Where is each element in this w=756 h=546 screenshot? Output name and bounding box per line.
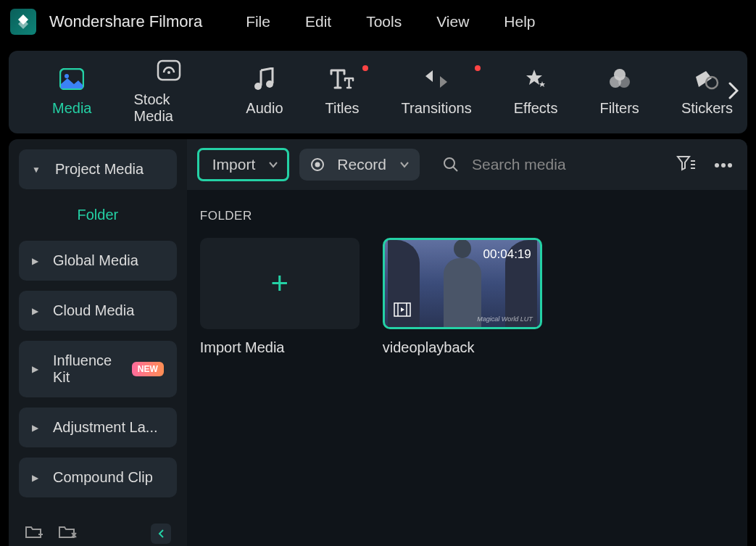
transitions-badge-dot (475, 65, 481, 71)
remove-folder-button[interactable] (58, 524, 77, 543)
titles-icon (330, 68, 354, 90)
sidebar-global-media-label: Global Media (53, 252, 138, 269)
tool-titles[interactable]: Titles (325, 68, 360, 117)
tool-audio-label: Audio (246, 100, 283, 117)
section-title: FOLDER (187, 190, 747, 238)
svg-point-14 (444, 158, 454, 168)
chevron-right-icon: ▶ (32, 364, 38, 374)
svg-point-16 (721, 163, 726, 167)
chevron-right-icon: ▶ (32, 473, 38, 483)
collapse-sidebar-button[interactable] (151, 524, 171, 544)
video-thumbnail[interactable]: 00:04:19 Magical World LUT (383, 238, 542, 329)
clip-icon (394, 302, 411, 320)
import-media-button[interactable]: + (200, 238, 360, 329)
import-media-tile: + Import Media (200, 238, 360, 356)
svg-point-10 (618, 76, 630, 88)
chevron-right-icon: ▶ (32, 306, 38, 316)
svg-point-6 (254, 83, 262, 90)
transitions-icon (424, 68, 449, 90)
sidebar-folder[interactable]: Folder (19, 194, 177, 241)
toolbar: Media Stock Media Audio Titles Transitio… (9, 51, 747, 133)
svg-point-11 (706, 77, 718, 88)
toolbar-scroll-right[interactable] (728, 82, 739, 102)
tool-media-label: Media (52, 100, 91, 117)
menu-help[interactable]: Help (504, 13, 535, 30)
chevron-right-icon: ▶ (32, 256, 38, 266)
more-options-button[interactable] (710, 155, 737, 174)
stock-media-icon (157, 59, 181, 81)
tool-transitions-label: Transitions (402, 100, 472, 117)
tool-effects[interactable]: Effects (514, 68, 558, 117)
new-badge: NEW (132, 362, 164, 376)
effects-icon (524, 68, 547, 90)
tool-stock-media-label: Stock Media (133, 91, 204, 125)
record-button[interactable]: Record (299, 149, 420, 181)
menu-bar: File Edit Tools View Help (246, 13, 535, 30)
chevron-down-icon (268, 161, 278, 168)
media-icon (59, 68, 84, 90)
import-button[interactable]: Import (197, 148, 290, 181)
titles-badge-dot (362, 65, 368, 71)
record-icon (311, 158, 324, 171)
audio-icon (254, 68, 275, 90)
menu-tools[interactable]: Tools (366, 13, 402, 30)
tool-audio[interactable]: Audio (246, 68, 283, 117)
sidebar-cloud-media-label: Cloud Media (53, 302, 134, 319)
record-button-label: Record (337, 156, 386, 173)
tool-filters[interactable]: Filters (599, 68, 639, 117)
video-label: videoplayback (383, 339, 542, 356)
tool-stickers-label: Stickers (681, 100, 733, 117)
svg-point-5 (167, 71, 170, 74)
app-logo (10, 9, 36, 35)
filters-icon (608, 68, 631, 90)
sidebar-adjustment-layer-label: Adjustment La... (53, 419, 158, 436)
chevron-right-icon: ▶ (32, 423, 38, 433)
sidebar-compound-clip-label: Compound Clip (53, 469, 153, 486)
filter-button[interactable] (672, 152, 699, 177)
tool-titles-label: Titles (325, 100, 360, 117)
plus-icon: + (271, 266, 289, 301)
search-input[interactable] (472, 156, 662, 173)
tool-effects-label: Effects (514, 100, 558, 117)
sidebar-footer (19, 516, 177, 546)
chevron-down-icon (399, 161, 410, 168)
logo-icon (15, 14, 31, 30)
main-area: ▼ Project Media Folder ▶ Global Media ▶ … (9, 139, 747, 546)
menu-view[interactable]: View (436, 13, 469, 30)
sidebar: ▼ Project Media Folder ▶ Global Media ▶ … (9, 139, 187, 546)
tool-media[interactable]: Media (52, 68, 91, 117)
menu-file[interactable]: File (246, 13, 270, 30)
content-area: Import Record FOLDER + (187, 139, 747, 546)
header: Wondershare Filmora File Edit Tools View… (0, 0, 756, 44)
media-grid: + Import Media 00:04:19 Magical World LU… (187, 238, 747, 356)
stickers-icon (694, 68, 719, 90)
content-toolbar: Import Record (187, 139, 747, 190)
tool-stock-media[interactable]: Stock Media (133, 59, 204, 125)
svg-point-3 (65, 74, 69, 78)
svg-point-15 (715, 163, 719, 167)
sidebar-global-media[interactable]: ▶ Global Media (19, 241, 177, 281)
sidebar-project-media[interactable]: ▼ Project Media (19, 149, 177, 189)
tool-filters-label: Filters (599, 100, 639, 117)
add-folder-button[interactable] (25, 524, 43, 543)
import-media-label: Import Media (200, 339, 360, 356)
sidebar-compound-clip[interactable]: ▶ Compound Clip (19, 458, 177, 497)
video-tile: 00:04:19 Magical World LUT videoplayback (383, 238, 542, 356)
svg-point-17 (728, 163, 732, 167)
search-box (443, 156, 662, 173)
search-icon (443, 157, 459, 173)
menu-edit[interactable]: Edit (305, 13, 331, 30)
sidebar-cloud-media[interactable]: ▶ Cloud Media (19, 291, 177, 331)
tool-stickers[interactable]: Stickers (681, 68, 733, 117)
sidebar-influence-kit[interactable]: ▶ Influence Kit NEW (19, 341, 177, 397)
sidebar-project-media-label: Project Media (55, 161, 144, 178)
tool-transitions[interactable]: Transitions (402, 68, 472, 117)
sidebar-influence-kit-label: Influence Kit (53, 352, 117, 386)
svg-point-13 (315, 162, 320, 167)
video-duration: 00:04:19 (483, 247, 531, 262)
import-button-label: Import (212, 156, 256, 173)
sidebar-adjustment-layer[interactable]: ▶ Adjustment La... (19, 408, 177, 447)
app-title: Wondershare Filmora (49, 12, 202, 31)
svg-point-7 (266, 80, 273, 88)
video-watermark: Magical World LUT (477, 315, 533, 323)
